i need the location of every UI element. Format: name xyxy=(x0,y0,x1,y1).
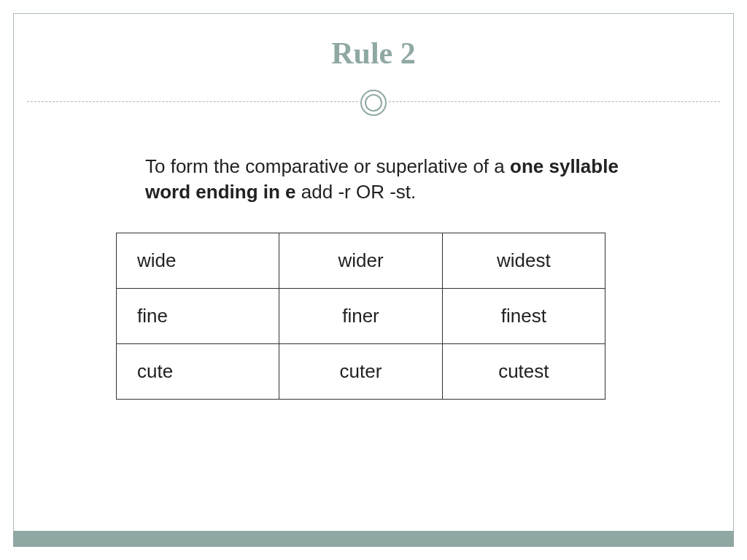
cell-comparative: finer xyxy=(279,289,442,344)
cell-base: wide xyxy=(117,233,279,289)
table-row: wide wider widest xyxy=(117,233,605,289)
cell-superlative: finest xyxy=(442,289,605,344)
examples-table-wrap: wide wider widest fine finer finest cute… xyxy=(116,233,605,400)
cell-base: cute xyxy=(117,344,279,400)
desc-part2: add -r OR -st. xyxy=(296,181,417,203)
table-row: cute cuter cutest xyxy=(117,344,605,400)
rule-description: To form the comparative or superlative o… xyxy=(145,154,635,205)
slide-frame: Rule 2 To form the comparative or superl… xyxy=(13,13,734,547)
bottom-accent-bar xyxy=(13,531,734,547)
slide-title: Rule 2 xyxy=(14,36,733,71)
cell-comparative: cuter xyxy=(279,344,442,400)
examples-table: wide wider widest fine finer finest cute… xyxy=(116,233,605,400)
cell-superlative: cutest xyxy=(442,344,605,400)
desc-part1: To form the comparative or superlative o… xyxy=(145,155,510,177)
cell-base: fine xyxy=(117,289,279,344)
divider-ornament xyxy=(359,88,388,117)
table-row: fine finer finest xyxy=(117,289,605,344)
divider xyxy=(14,88,733,117)
content-area: To form the comparative or superlative o… xyxy=(14,117,733,400)
cell-superlative: widest xyxy=(442,233,605,289)
cell-comparative: wider xyxy=(279,233,442,289)
